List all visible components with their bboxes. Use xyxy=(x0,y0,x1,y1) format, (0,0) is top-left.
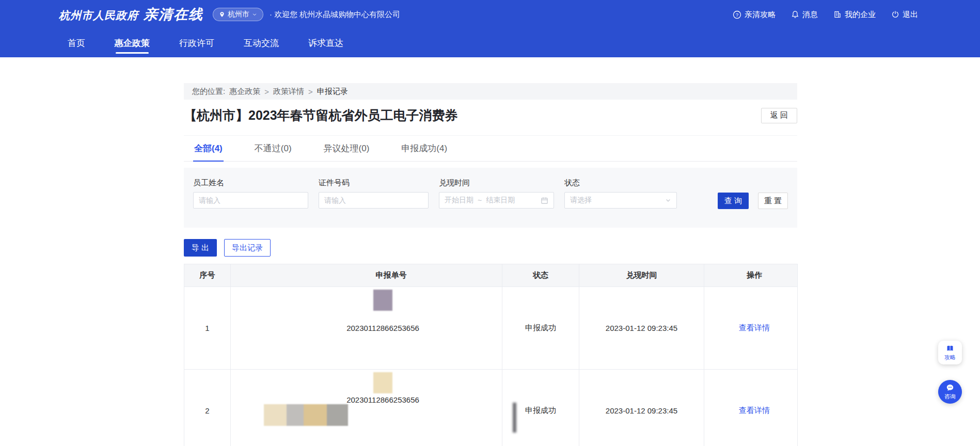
logout-link-label: 退出 xyxy=(903,10,918,20)
breadcrumb-item-policy-detail[interactable]: 政策详情 xyxy=(273,87,304,97)
guide-float-label: 攻略 xyxy=(944,354,956,361)
breadcrumb: 您的位置: 惠企政策 > 政策详情 > 申报记录 xyxy=(184,83,797,100)
row-status: 申报成功 xyxy=(502,287,579,370)
calendar-icon xyxy=(541,197,548,204)
breadcrumb-prefix: 您的位置: xyxy=(192,87,225,97)
redacted-image-block xyxy=(373,290,392,311)
row-status: 申报成功 xyxy=(525,406,556,415)
filter-panel: 员工姓名 证件号码 兑现时间 开始日期 ~ 结束日期 状态 请选择 查 询 xyxy=(184,168,797,228)
svg-text:?: ? xyxy=(736,11,738,17)
city-name: 杭州市 xyxy=(228,10,249,19)
breadcrumb-separator: > xyxy=(308,87,313,96)
logout-link[interactable]: 退出 xyxy=(891,10,918,20)
row-status-cell: 申报成功 xyxy=(502,370,579,446)
redacted-image-block xyxy=(327,404,348,426)
status-select[interactable]: 请选择 xyxy=(564,192,677,209)
row-action-cell: 查看详情 xyxy=(704,370,798,446)
breadcrumb-item-current: 申报记录 xyxy=(317,87,348,97)
redacted-image-block xyxy=(304,404,327,426)
nav-item-administrative-license[interactable]: 行政许可 xyxy=(179,29,214,57)
brand-logo-text: 亲清在线 xyxy=(144,5,203,24)
table-row: 1 20230112866253656 申报成功 2023-01-12 09:2… xyxy=(184,287,798,370)
row-order-no-cell: 20230112866253656 xyxy=(231,370,502,446)
row-redeem-time: 2023-01-12 09:23:45 xyxy=(579,287,704,370)
status-field-group: 状态 请选择 xyxy=(564,178,677,228)
messages-link-label: 消息 xyxy=(802,10,818,20)
row-redeem-time: 2023-01-12 09:23:45 xyxy=(579,370,704,446)
col-header-index: 序号 xyxy=(184,264,231,287)
guide-link-label: 亲清攻略 xyxy=(745,10,776,20)
date-range-input[interactable]: 开始日期 ~ 结束日期 xyxy=(439,192,554,209)
title-row: 【杭州市】2023年春节留杭省外员工电子消费券 返 回 xyxy=(184,107,797,124)
power-icon xyxy=(891,10,899,19)
export-toolbar: 导 出 导出记录 xyxy=(184,239,797,257)
site-logo[interactable]: 杭州市人民政府 亲清在线 xyxy=(59,5,203,24)
status-select-placeholder: 请选择 xyxy=(570,196,592,205)
header-quick-links: ? 亲清攻略 消息 我的企业 退出 xyxy=(733,10,918,20)
id-number-field-group: 证件号码 xyxy=(319,178,429,228)
book-icon xyxy=(946,344,954,353)
consult-float-label: 咨询 xyxy=(944,393,956,401)
guide-float-button[interactable]: 攻略 xyxy=(938,341,962,364)
chat-bubble-icon xyxy=(946,384,954,392)
city-selector[interactable]: 杭州市 xyxy=(213,8,263,21)
row-index: 1 xyxy=(184,287,231,370)
row-order-no: 20230112866253656 xyxy=(346,395,419,404)
employee-name-input[interactable] xyxy=(193,192,308,209)
chevron-down-icon xyxy=(665,197,671,203)
consult-float-button[interactable]: 咨询 xyxy=(938,380,962,404)
main-content: 您的位置: 惠企政策 > 政策详情 > 申报记录 【杭州市】2023年春节留杭省… xyxy=(184,83,797,446)
row-order-no-cell: 20230112866253656 xyxy=(231,287,502,370)
tab-rejected[interactable]: 不通过(0) xyxy=(254,136,293,161)
redacted-image-block xyxy=(373,372,392,393)
start-date-placeholder: 开始日期 xyxy=(445,196,473,205)
nav-item-appeal[interactable]: 诉求直达 xyxy=(308,29,343,57)
filter-actions: 查 询 重 置 xyxy=(718,193,788,228)
col-header-redeem-time: 兑现时间 xyxy=(579,264,704,287)
redacted-image-block xyxy=(264,404,287,426)
end-date-placeholder: 结束日期 xyxy=(486,196,515,205)
guide-link[interactable]: ? 亲清攻略 xyxy=(733,10,776,20)
messages-link[interactable]: 消息 xyxy=(791,10,818,20)
nav-item-enterprise-policy[interactable]: 惠企政策 xyxy=(115,29,150,57)
top-header-bar: 杭州市人民政府 亲清在线 杭州市 · 欢迎您 杭州水晶城购物中心有限公司 ? 亲… xyxy=(0,0,980,29)
tab-all[interactable]: 全部(4) xyxy=(193,136,224,162)
search-button[interactable]: 查 询 xyxy=(718,193,749,209)
nav-item-interaction[interactable]: 互动交流 xyxy=(244,29,279,57)
building-icon xyxy=(833,10,842,19)
redacted-image-block xyxy=(287,404,304,426)
col-header-order-no: 申报单号 xyxy=(231,264,502,287)
view-detail-link[interactable]: 查看详情 xyxy=(739,323,770,332)
date-range-separator: ~ xyxy=(478,196,482,204)
row-order-no: 20230112866253656 xyxy=(346,324,419,332)
export-button[interactable]: 导 出 xyxy=(184,239,217,257)
col-header-status: 状态 xyxy=(502,264,579,287)
redeem-time-label: 兑现时间 xyxy=(439,178,554,188)
my-enterprise-link-label: 我的企业 xyxy=(845,10,876,20)
location-pin-icon xyxy=(219,11,225,18)
table-row: 2 20230112866253656 申报成功 2023-01-12 09:2 xyxy=(184,370,798,446)
page-title: 【杭州市】2023年春节留杭省外员工电子消费券 xyxy=(184,107,458,124)
employee-name-field-group: 员工姓名 xyxy=(193,178,308,228)
tab-success[interactable]: 申报成功(4) xyxy=(400,136,448,161)
reset-button[interactable]: 重 置 xyxy=(758,193,788,209)
gov-logo-text: 杭州市人民政府 xyxy=(59,8,138,23)
row-index: 2 xyxy=(184,370,231,446)
status-label: 状态 xyxy=(564,178,677,188)
bell-icon xyxy=(791,10,799,19)
nav-item-home[interactable]: 首页 xyxy=(68,29,85,57)
redeem-time-field-group: 兑现时间 开始日期 ~ 结束日期 xyxy=(439,178,554,228)
export-records-button[interactable]: 导出记录 xyxy=(224,239,271,257)
redacted-smudge xyxy=(513,403,516,433)
id-number-label: 证件号码 xyxy=(319,178,429,188)
question-circle-icon: ? xyxy=(733,10,741,19)
back-button[interactable]: 返 回 xyxy=(761,108,797,123)
breadcrumb-separator: > xyxy=(264,87,269,96)
breadcrumb-item-policy[interactable]: 惠企政策 xyxy=(229,87,260,97)
row-action-cell: 查看详情 xyxy=(704,287,798,370)
view-detail-link[interactable]: 查看详情 xyxy=(739,406,770,415)
my-enterprise-link[interactable]: 我的企业 xyxy=(833,10,876,20)
tab-objection[interactable]: 异议处理(0) xyxy=(323,136,371,161)
status-tabs: 全部(4) 不通过(0) 异议处理(0) 申报成功(4) xyxy=(184,135,797,162)
id-number-input[interactable] xyxy=(319,192,429,209)
